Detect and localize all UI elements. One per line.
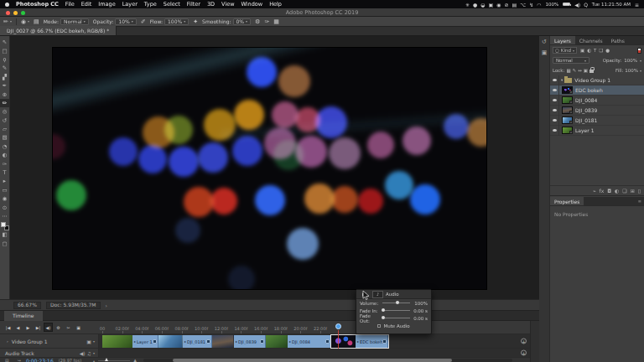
- timeline-scrollbar[interactable]: [143, 359, 512, 362]
- layer-name[interactable]: Layer 1: [575, 127, 594, 133]
- group-layers-icon[interactable]: ❏: [622, 188, 626, 194]
- fade-out-value[interactable]: 0.00 s: [413, 316, 428, 321]
- menu-clock[interactable]: Tue 11:21:50 AM: [592, 2, 631, 7]
- layer-row[interactable]: ▾Video Group 1: [550, 75, 644, 85]
- pen-tool[interactable]: ✑: [0, 159, 9, 168]
- new-layer-icon[interactable]: ⊞: [631, 188, 635, 194]
- quick-mask-button[interactable]: ◧: [0, 230, 9, 239]
- current-timecode[interactable]: 0:00:23:16: [26, 358, 54, 362]
- fade-in-value[interactable]: 0.00 s: [413, 308, 428, 313]
- notification-center-icon[interactable]: ≡: [635, 2, 639, 8]
- spotlight-icon[interactable]: Q: [584, 2, 588, 8]
- apple-icon[interactable]: [5, 3, 9, 7]
- delete-layer-icon[interactable]: ▯: [638, 188, 641, 194]
- pressure-opacity-icon[interactable]: ✐: [141, 18, 146, 25]
- menu-item-filter[interactable]: Filter: [187, 1, 200, 8]
- panel-menu-icon[interactable]: ≡: [638, 197, 644, 205]
- brush-preset-icon[interactable]: ◉: [21, 18, 26, 25]
- bluetooth-icon[interactable]: ↯: [529, 2, 533, 8]
- timeline-clip[interactable]: ▸EDC bokeh: [331, 335, 388, 348]
- layer-name[interactable]: DJI_0084: [575, 97, 597, 103]
- menu-item-image[interactable]: Image: [98, 1, 115, 8]
- layer-effects-icon[interactable]: fx: [600, 188, 605, 194]
- volume-slider[interactable]: [382, 303, 410, 303]
- add-video-media-button[interactable]: +: [521, 339, 527, 344]
- lock-all-icon[interactable]: [589, 70, 594, 73]
- menu-item-view[interactable]: View: [221, 1, 234, 8]
- symmetry-icon[interactable]: ▦: [273, 18, 279, 25]
- timeline-clip[interactable]: ▸Layer 1: [102, 335, 158, 348]
- menu-item-photoshop-cc[interactable]: Photoshop CC: [16, 1, 59, 8]
- close-window-button[interactable]: [6, 11, 10, 15]
- layer-thumbnail[interactable]: [562, 96, 573, 104]
- zoom-in-frames-icon[interactable]: ▲: [133, 358, 137, 362]
- mode-select[interactable]: Normal▾: [60, 18, 89, 25]
- blur-tool[interactable]: ◔: [0, 142, 9, 151]
- screen-mode-button[interactable]: ▢: [0, 240, 9, 248]
- tab-channels[interactable]: Channels: [575, 36, 607, 44]
- volume-icon[interactable]: ◀): [574, 2, 580, 8]
- timeline-zoom-slider[interactable]: [98, 360, 130, 361]
- mute-audio-button[interactable]: ◀): [44, 323, 53, 332]
- keyboard-icon[interactable]: ⌥: [520, 2, 526, 8]
- layer-row[interactable]: DJI_0084: [550, 96, 644, 106]
- layers-opacity-value[interactable]: 100%: [624, 58, 637, 63]
- layer-name[interactable]: EDC bokeh: [575, 87, 603, 93]
- menu-item-file[interactable]: File: [65, 1, 75, 8]
- type-tool[interactable]: T: [0, 168, 9, 177]
- wifi-icon[interactable]: ◠: [537, 2, 541, 8]
- zoom-level-field[interactable]: 66.67%: [13, 302, 41, 309]
- tab-properties[interactable]: Properties: [550, 197, 584, 205]
- track-expander-icon[interactable]: ›: [7, 339, 8, 344]
- volume-slider-knob[interactable]: [396, 301, 399, 304]
- zoom-window-button[interactable]: [21, 11, 25, 15]
- filter-adjustment-icon[interactable]: ◐: [587, 48, 591, 53]
- go-to-first-frame-button[interactable]: |◀: [3, 323, 13, 332]
- path-selection-tool[interactable]: ▸: [0, 177, 9, 185]
- audio-track-header[interactable]: Audio Track ◀)♫▾: [0, 349, 99, 357]
- canvas-pasteboard[interactable]: [10, 36, 539, 299]
- minimize-window-button[interactable]: [13, 11, 18, 15]
- link-layers-icon[interactable]: ⌁: [593, 188, 596, 194]
- fade-in-slider[interactable]: [382, 310, 410, 311]
- audio-track-content[interactable]: [99, 349, 530, 357]
- edit-toolbar[interactable]: ⋯: [0, 212, 9, 220]
- eyedropper-tool[interactable]: ✒: [0, 81, 9, 90]
- layer-thumbnail[interactable]: [562, 86, 573, 94]
- document-canvas[interactable]: [53, 48, 486, 289]
- smoothing-field[interactable]: 0%▾: [233, 18, 252, 25]
- audio-mute-icon[interactable]: ◀): [80, 350, 86, 356]
- transition-slot-icon[interactable]: [260, 339, 264, 344]
- playhead-handle[interactable]: [335, 323, 341, 329]
- menu-item-3d[interactable]: 3D: [207, 1, 215, 8]
- layer-mask-icon[interactable]: ◘: [607, 188, 611, 194]
- track-filmstrip-icon[interactable]: ▣: [86, 339, 91, 344]
- layer-name[interactable]: DJI_0839: [575, 107, 597, 113]
- flow-field[interactable]: 100%▾: [164, 18, 189, 25]
- menu-item-window[interactable]: Window: [242, 1, 263, 8]
- layer-thumbnail[interactable]: [562, 116, 573, 124]
- timeline-settings-button[interactable]: ⚙: [54, 323, 63, 332]
- transition-slot-icon[interactable]: [325, 339, 330, 344]
- app-status-icon-5[interactable]: ◉: [496, 2, 501, 8]
- collapsed-panel-icon[interactable]: ▣: [542, 49, 548, 56]
- filter-shape-icon[interactable]: ❏: [599, 48, 603, 53]
- zoom-out-frames-icon[interactable]: ▴: [93, 359, 95, 362]
- gradient-tool[interactable]: ▧: [0, 133, 9, 142]
- layer-visibility-toggle[interactable]: [550, 116, 559, 126]
- timeline-tab[interactable]: Timeline: [4, 311, 43, 321]
- layer-filter-toggle-icon[interactable]: [637, 48, 641, 54]
- filter-type-icon[interactable]: T: [594, 48, 596, 53]
- layer-visibility-toggle[interactable]: [550, 75, 559, 85]
- audio-note-icon[interactable]: ♫: [87, 350, 91, 356]
- menu-item-help[interactable]: Help: [269, 1, 282, 8]
- app-status-icon-3[interactable]: ◒: [480, 2, 485, 8]
- adjustment-layer-icon[interactable]: ◐: [615, 188, 619, 194]
- shape-tool[interactable]: ▭: [0, 186, 9, 194]
- audio-settings-tab-icon[interactable]: ♪: [372, 291, 383, 298]
- scrollbar-handle[interactable]: [173, 359, 452, 362]
- timeline-ruler[interactable]: 0002:00f04:00f06:00f08:00f10:00f12:00f14…: [99, 321, 530, 334]
- history-brush-tool[interactable]: ↺: [0, 116, 9, 125]
- timeline-clip[interactable]: ▸DJI_0084: [266, 335, 331, 348]
- menu-item-type[interactable]: Type: [144, 1, 157, 8]
